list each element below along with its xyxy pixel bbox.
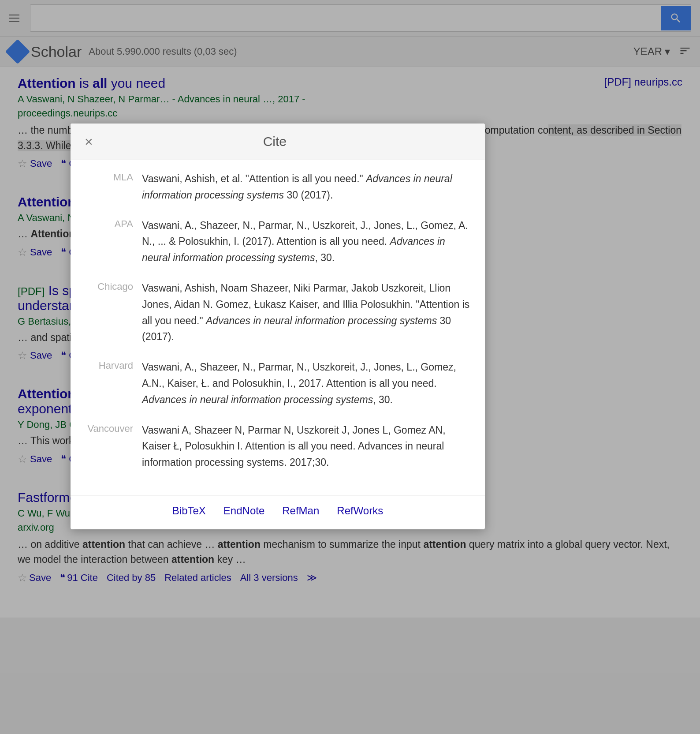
cite-style-label: APA — [85, 217, 133, 230]
modal-body: MLA Vaswani, Ashish, et al. "Attention i… — [71, 160, 485, 495]
cite-text-harvard: Vaswani, A., Shazeer, N., Parmar, N., Us… — [142, 359, 471, 408]
bibtex-link[interactable]: BibTeX — [172, 505, 206, 517]
cite-text-vancouver: Vaswani A, Shazeer N, Parmar N, Uszkorei… — [142, 422, 471, 471]
cite-row-mla: MLA Vaswani, Ashish, et al. "Attention i… — [85, 171, 471, 203]
cite-modal: × Cite MLA Vaswani, Ashish, et al. "Atte… — [71, 124, 485, 529]
cite-style-label: MLA — [85, 171, 133, 183]
cite-row-harvard: Harvard Vaswani, A., Shazeer, N., Parmar… — [85, 359, 471, 408]
modal-footer: BibTeX EndNote RefMan RefWorks — [71, 495, 485, 529]
cite-row-apa: APA Vaswani, A., Shazeer, N., Parmar, N.… — [85, 217, 471, 266]
refman-link[interactable]: RefMan — [282, 505, 319, 517]
cite-text-chicago: Vaswani, Ashish, Noam Shazeer, Niki Parm… — [142, 280, 471, 345]
refworks-link[interactable]: RefWorks — [337, 505, 383, 517]
cite-text-apa: Vaswani, A., Shazeer, N., Parmar, N., Us… — [142, 217, 471, 266]
cite-style-label: Vancouver — [85, 422, 133, 434]
cite-style-label: Chicago — [85, 280, 133, 292]
cite-row-chicago: Chicago Vaswani, Ashish, Noam Shazeer, N… — [85, 280, 471, 345]
modal-title: Cite — [93, 134, 457, 149]
modal-header: × Cite — [71, 124, 485, 160]
cite-text-mla: Vaswani, Ashish, et al. "Attention is al… — [142, 171, 471, 203]
endnote-link[interactable]: EndNote — [223, 505, 264, 517]
cite-style-label: Harvard — [85, 359, 133, 371]
cite-row-vancouver: Vancouver Vaswani A, Shazeer N, Parmar N… — [85, 422, 471, 471]
close-button[interactable]: × — [85, 135, 93, 149]
